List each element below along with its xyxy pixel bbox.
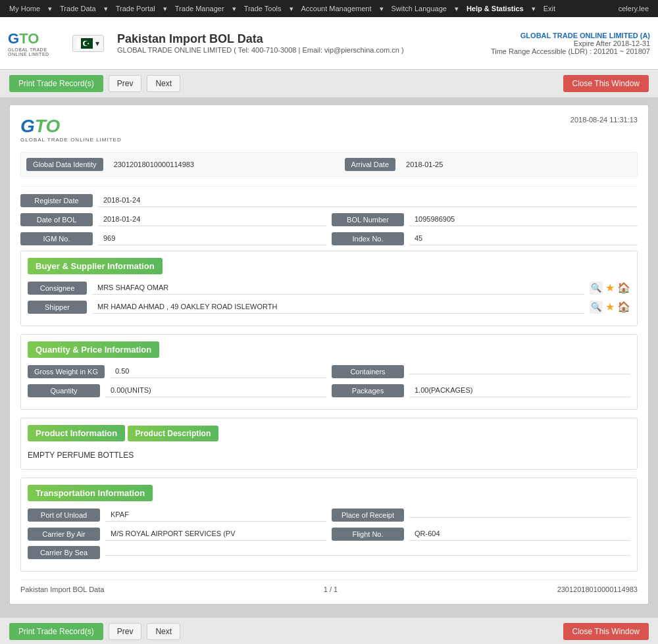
carrier-by-air-value: M/S ROYAL AIRPORT SERVICES (PV — [105, 527, 326, 541]
logo-bar: GTO GLOBAL TRADE ONLINE LIMITED ✦ ▾ Paki… — [0, 17, 658, 70]
shipper-home-icon[interactable]: 🏠 — [617, 301, 630, 313]
quantity-label: Quantity — [28, 384, 100, 397]
nav-account-mgmt[interactable]: Account Management — [297, 0, 376, 17]
bol-number-value: 1095986905 — [409, 212, 638, 226]
record-logo-sub: GLOBAL TRADE ONLINE LIMITED — [20, 137, 122, 143]
date-of-bol-col: Date of BOL 2018-01-24 — [20, 212, 326, 226]
nav-switch-lang[interactable]: Switch Language — [388, 0, 451, 17]
qty-packages-row: Quantity 0.00(UNITS) Packages 1.00(PACKA… — [28, 384, 630, 403]
quantity-value: 0.00(UNITS) — [105, 384, 326, 397]
port-receipt-row: Port of Unload KPAF Place of Receipt — [28, 508, 630, 527]
consignee-row: Consignee MRS SHAFAQ OMAR 🔍 ★ 🏠 — [28, 281, 630, 295]
logo-text: GTO — [8, 30, 67, 47]
place-receipt-col: Place of Receipt — [332, 508, 630, 522]
nav-trade-manager[interactable]: Trade Manager — [171, 0, 228, 17]
place-of-receipt-value — [409, 512, 630, 518]
packages-label: Packages — [332, 384, 404, 397]
nav-trade-tools[interactable]: Trade Tools — [240, 0, 286, 17]
consignee-icons: 🔍 ★ 🏠 — [590, 282, 630, 295]
shipper-star-icon[interactable]: ★ — [605, 301, 615, 313]
arrival-date-label: Arrival Date — [345, 158, 395, 171]
product-desc-value: EMPTY PERFUME BOTTLES — [28, 448, 630, 462]
date-of-bol-label: Date of BOL — [20, 213, 93, 226]
print-button-top[interactable]: Print Trade Record(s) — [9, 75, 103, 92]
carrier-by-air-label: Carrier By Air — [28, 528, 100, 541]
bol-number-label: BOL Number — [332, 213, 404, 226]
record-logo-text: GTO — [20, 116, 122, 137]
place-of-receipt-label: Place of Receipt — [332, 508, 404, 522]
global-data-identity-label: Global Data Identity — [26, 158, 103, 171]
shipper-value: MR HAMAD AHMAD , 49 OAKLEY ROAD ISLEWORT… — [92, 300, 584, 314]
consignee-home-icon[interactable]: 🏠 — [617, 282, 630, 294]
register-date-row: Register Date 2018-01-24 — [20, 193, 638, 207]
nav-help-stats[interactable]: Help & Statistics — [463, 0, 528, 17]
carrier-by-sea-value — [105, 550, 630, 556]
consignee-value: MRS SHAFAQ OMAR — [92, 281, 584, 295]
shipper-icons: 🔍 ★ 🏠 — [590, 301, 630, 314]
close-button-bottom[interactable]: Close This Window — [563, 623, 649, 640]
port-of-unload-value: KPAF — [105, 508, 326, 522]
product-section: Product Information Product Description … — [20, 418, 638, 470]
bol-row: Date of BOL 2018-01-24 BOL Number 109598… — [20, 212, 638, 232]
close-button-top[interactable]: Close This Window — [563, 75, 649, 92]
buyer-supplier-section: Buyer & Supplier Information Consignee M… — [20, 251, 638, 326]
consignee-search-icon[interactable]: 🔍 — [590, 282, 603, 295]
svg-rect-0 — [77, 38, 81, 49]
user-info: celery.lee — [615, 0, 653, 17]
record-card: GTO GLOBAL TRADE ONLINE LIMITED 2018-08-… — [9, 105, 649, 605]
packages-col: Packages 1.00(PACKAGES) — [332, 384, 630, 397]
nav-sep2: ▾ — [100, 0, 112, 17]
nav-sep4: ▾ — [228, 0, 240, 17]
weight-containers-row: Gross Weight in KG 0.50 Containers — [28, 364, 630, 384]
product-header: Product Information — [28, 425, 125, 441]
page-subtitle: GLOBAL TRADE ONLINE LIMITED ( Tel: 400-7… — [117, 46, 404, 54]
dropdown-arrow: ▾ — [95, 39, 99, 48]
register-date-value: 2018-01-24 — [98, 193, 638, 207]
footer-right: 23012018010000114983 — [557, 585, 638, 593]
carrier-flight-row: Carrier By Air M/S ROYAL AIRPORT SERVICE… — [28, 527, 630, 546]
igm-row: IGM No. 969 Index No. 45 — [20, 232, 638, 251]
nav-sep5: ▾ — [286, 0, 297, 17]
action-bar-bottom: Print Trade Record(s) Prev Next Close Th… — [0, 618, 658, 644]
buyer-supplier-header: Buyer & Supplier Information — [28, 258, 163, 274]
page-title: Pakistan Import BOL Data — [117, 32, 404, 46]
flag-dropdown[interactable]: ✦ ▾ — [72, 35, 104, 52]
top-navigation: My Home ▾ Trade Data ▾ Trade Portal ▾ Tr… — [0, 0, 658, 17]
pakistan-flag: ✦ — [77, 38, 93, 49]
next-button-top[interactable]: Next — [147, 75, 180, 92]
print-button-bottom[interactable]: Print Trade Record(s) — [9, 623, 103, 640]
carrier-air-col: Carrier By Air M/S ROYAL AIRPORT SERVICE… — [28, 527, 326, 541]
qty-price-section: Quantity & Price Information Gross Weigh… — [20, 334, 638, 410]
shipper-search-icon[interactable]: 🔍 — [590, 301, 603, 314]
footer-center: 1 / 1 — [324, 585, 338, 593]
action-bar-top: Print Trade Record(s) Prev Next Close Th… — [0, 70, 658, 98]
flight-no-col: Flight No. QR-604 — [332, 527, 630, 541]
next-button-bottom[interactable]: Next — [147, 623, 180, 640]
nav-exit[interactable]: Exit — [540, 0, 559, 17]
transport-header: Transportation Information — [28, 485, 153, 501]
nav-sep6: ▾ — [376, 0, 388, 17]
header-info: Pakistan Import BOL Data GLOBAL TRADE ON… — [117, 32, 404, 54]
date-of-bol-value: 2018-01-24 — [98, 212, 326, 226]
carrier-sea-row: Carrier By Sea — [28, 546, 630, 559]
gross-weight-label: Gross Weight in KG — [28, 365, 105, 378]
nav-trade-portal[interactable]: Trade Portal — [112, 0, 159, 17]
consignee-star-icon[interactable]: ★ — [605, 282, 615, 294]
record-timestamp: 2018-08-24 11:31:13 — [570, 116, 638, 124]
product-desc-button[interactable]: Product Description — [128, 426, 219, 441]
prev-button-top[interactable]: Prev — [109, 75, 142, 92]
arrival-date-value: 2018-01-25 — [401, 158, 632, 171]
index-no-value: 45 — [409, 232, 638, 245]
containers-value — [409, 368, 630, 374]
company-name: GLOBAL TRADE ONLINE LIMITED (A) — [491, 32, 650, 39]
identity-row: Global Data Identity 2301201801000011498… — [20, 152, 638, 177]
nav-my-home[interactable]: My Home — [5, 0, 44, 17]
consignee-label: Consignee — [28, 282, 87, 295]
svg-text:✦: ✦ — [87, 41, 89, 45]
nav-trade-data[interactable]: Trade Data — [56, 0, 100, 17]
containers-label: Containers — [332, 365, 404, 378]
prev-button-bottom[interactable]: Prev — [109, 623, 142, 640]
main-content: GTO GLOBAL TRADE ONLINE LIMITED 2018-08-… — [0, 98, 658, 618]
record-logo: GTO GLOBAL TRADE ONLINE LIMITED — [20, 116, 122, 143]
carrier-by-sea-label: Carrier By Sea — [28, 546, 100, 559]
